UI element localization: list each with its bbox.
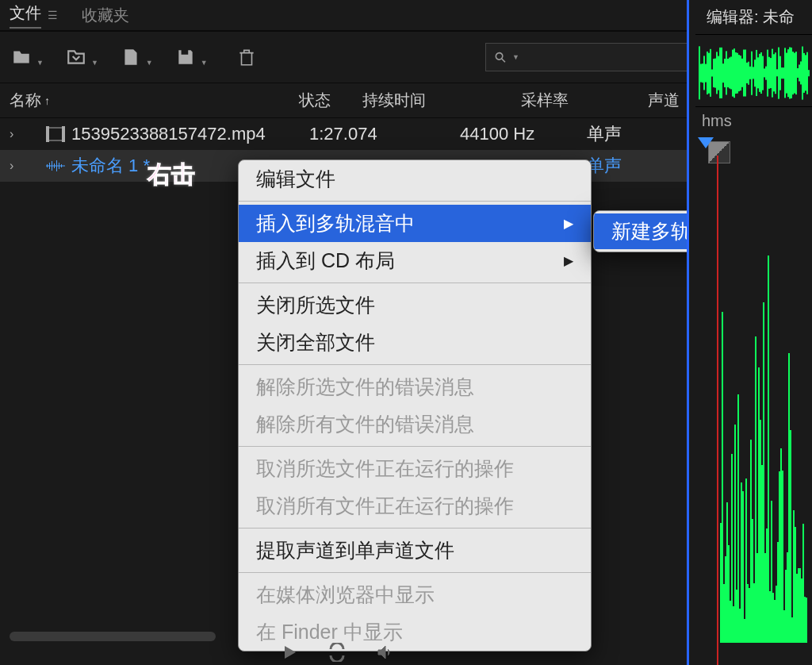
volume-icon[interactable]	[373, 643, 396, 662]
sort-arrow-icon: ↑	[44, 94, 50, 107]
new-file-icon[interactable]	[119, 47, 143, 67]
svg-rect-6	[52, 161, 52, 171]
editor-title: 编辑器: 未命	[695, 0, 812, 35]
svg-rect-9	[59, 163, 59, 169]
svg-rect-8	[56, 160, 57, 171]
audio-file-icon	[40, 160, 71, 172]
header-rate[interactable]: 采样率	[521, 90, 648, 111]
svg-rect-7	[54, 163, 55, 168]
waveform-overview[interactable]	[695, 40, 812, 107]
tab-files[interactable]: 文件	[10, 2, 41, 29]
open-folder-icon[interactable]	[10, 47, 33, 67]
horizontal-scrollbar[interactable]	[10, 632, 216, 641]
svg-rect-4	[47, 164, 48, 167]
import-icon[interactable]	[64, 47, 88, 67]
svg-rect-0	[48, 128, 63, 140]
time-format-label: hms	[692, 107, 812, 135]
submenu-arrow-icon: ▶	[564, 253, 573, 268]
tab-favorites[interactable]: 收藏夹	[82, 5, 129, 26]
panel-menu-icon[interactable]: ☰	[48, 9, 58, 21]
save-icon[interactable]	[174, 47, 197, 67]
ctx-clear-selected-errors: 解除所选文件的错误消息	[239, 368, 591, 406]
waveform-main[interactable]	[720, 198, 812, 643]
expand-icon[interactable]: ›	[10, 159, 25, 173]
header-status[interactable]: 状态	[299, 90, 362, 111]
ctx-edit-file[interactable]: 编辑文件	[239, 160, 591, 198]
svg-rect-5	[49, 163, 50, 169]
ctx-insert-multitrack[interactable]: 插入到多轨混音中▶	[239, 205, 591, 242]
loop-icon[interactable]	[325, 643, 349, 662]
file-duration: 1:27.074	[301, 124, 460, 144]
play-icon[interactable]	[278, 643, 301, 662]
file-name: 1539523388157472.mp4	[71, 124, 301, 144]
submenu-arrow-icon: ▶	[564, 216, 573, 231]
header-name[interactable]: 名称↑	[10, 90, 299, 111]
svg-rect-2	[62, 126, 65, 142]
playhead-line	[717, 156, 718, 665]
video-file-icon	[40, 126, 71, 142]
svg-rect-1	[46, 126, 49, 142]
header-duration[interactable]: 持续时间	[362, 90, 521, 111]
ctx-close-selected[interactable]: 关闭所选文件	[239, 286, 591, 324]
ctx-insert-cd[interactable]: 插入到 CD 布局▶	[239, 242, 591, 279]
file-rate: 44100 Hz	[460, 124, 587, 144]
ctx-cancel-selected-ops: 取消所选文件正在运行的操作	[239, 450, 591, 487]
search-icon: ⚲	[491, 48, 511, 67]
ctx-show-media-browser: 在媒体浏览器中显示	[239, 576, 591, 613]
ctx-extract-channels[interactable]: 提取声道到单声道文件	[239, 532, 591, 569]
ctx-cancel-all-ops: 取消所有文件正在运行的操作	[239, 487, 591, 525]
context-menu: 编辑文件 插入到多轨混音中▶ 插入到 CD 布局▶ 关闭所选文件 关闭全部文件 …	[238, 160, 592, 652]
ctx-close-all[interactable]: 关闭全部文件	[239, 324, 591, 361]
annotation-label: 右击	[147, 159, 195, 191]
trash-icon[interactable]	[235, 47, 259, 67]
playhead-marker[interactable]	[698, 137, 714, 153]
expand-icon[interactable]: ›	[10, 127, 25, 141]
svg-rect-10	[61, 164, 62, 167]
ctx-clear-all-errors: 解除所有文件的错误消息	[239, 406, 591, 443]
